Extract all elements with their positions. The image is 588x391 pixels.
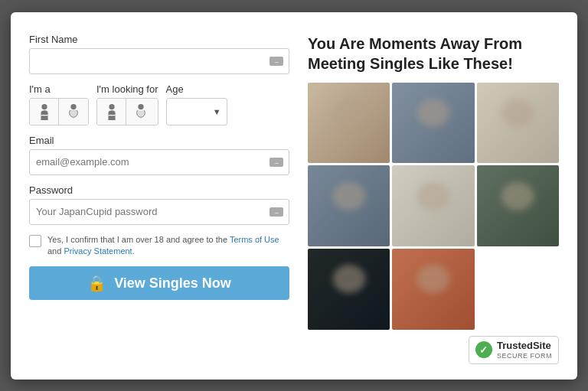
age-select-wrapper: 18 19 20 25 30 35 40 45 50 ▼	[166, 98, 227, 125]
left-panel: First Name I'm a	[29, 34, 289, 364]
lock-icon: 🔒	[87, 274, 106, 292]
age-group: Age 18 19 20 25 30 35 40 45 50 ▼	[166, 83, 227, 125]
email-input[interactable]	[29, 149, 289, 175]
trusted-sub: SECURE FORM	[497, 352, 552, 360]
photo-8	[392, 249, 474, 330]
looking-for-man-button[interactable]	[97, 99, 126, 125]
photo-3	[477, 83, 559, 164]
first-name-label: First Name	[29, 34, 289, 45]
looking-for-label: I'm looking for	[96, 83, 158, 95]
email-label: Email	[29, 135, 289, 146]
first-name-input[interactable]	[29, 48, 289, 74]
right-panel: You Are Moments Away From Meeting Single…	[308, 34, 559, 364]
privacy-statement-link[interactable]: Privacy Statement	[64, 246, 132, 256]
email-field-group: Email	[29, 135, 289, 175]
password-label: Password	[29, 184, 289, 196]
signup-modal: First Name I'm a	[11, 12, 577, 380]
photo-7	[308, 249, 390, 330]
terms-text: Yes, I confirm that I am over 18 and agr…	[47, 234, 289, 258]
password-field-group: Password	[29, 184, 289, 225]
photo-6	[477, 165, 559, 246]
im-a-buttons	[29, 98, 89, 125]
svg-point-5	[138, 103, 143, 109]
im-a-man-button[interactable]	[30, 99, 59, 125]
first-name-input-wrapper	[29, 48, 289, 74]
heading-line2: Meeting Singles Like These!	[308, 55, 513, 72]
svg-point-2	[70, 103, 76, 109]
gender-age-row: I'm a	[29, 83, 289, 125]
email-input-wrapper	[29, 149, 289, 175]
view-singles-button[interactable]: 🔒 View Singles Now	[29, 266, 289, 300]
trusted-badge-container: ✓ TrustedSite SECURE FORM	[469, 336, 559, 363]
im-a-label: I'm a	[29, 83, 89, 95]
first-name-field-group: First Name	[29, 34, 289, 74]
photo-1	[308, 83, 390, 164]
looking-for-woman-button[interactable]	[126, 99, 155, 125]
man-icon-2	[105, 103, 119, 120]
woman-icon	[67, 103, 80, 120]
im-a-woman-button[interactable]	[59, 99, 88, 125]
photo-4	[308, 165, 390, 246]
terms-row: Yes, I confirm that I am over 18 and agr…	[29, 234, 289, 258]
password-input-wrapper	[29, 199, 289, 225]
age-label: Age	[166, 83, 227, 95]
trusted-site-badge: ✓ TrustedSite SECURE FORM	[308, 336, 559, 363]
age-select[interactable]: 18 19 20 25 30 35 40 45 50	[166, 98, 227, 125]
man-icon	[38, 103, 51, 120]
trusted-text: TrustedSite SECURE FORM	[497, 340, 552, 360]
svg-point-3	[109, 103, 114, 109]
password-input[interactable]	[29, 199, 289, 225]
photo-2	[392, 83, 474, 164]
trusted-name: TrustedSite	[497, 340, 552, 352]
photo-5	[392, 165, 474, 246]
svg-point-0	[41, 103, 47, 109]
cta-button-label: View Singles Now	[114, 275, 231, 292]
heading-line1: You Are Moments Away From	[308, 35, 522, 52]
woman-icon-2	[134, 103, 148, 120]
looking-for-buttons	[96, 98, 158, 125]
first-name-icon	[270, 57, 283, 66]
email-icon	[270, 158, 283, 167]
looking-for-group: I'm looking for	[96, 83, 158, 125]
terms-checkbox[interactable]	[29, 235, 41, 247]
password-icon	[270, 207, 283, 217]
im-a-group: I'm a	[29, 83, 89, 125]
photo-grid	[308, 83, 559, 331]
trusted-check-icon: ✓	[475, 341, 492, 358]
heading: You Are Moments Away From Meeting Single…	[308, 34, 559, 73]
terms-of-use-link[interactable]: Terms of Use	[230, 235, 279, 244]
